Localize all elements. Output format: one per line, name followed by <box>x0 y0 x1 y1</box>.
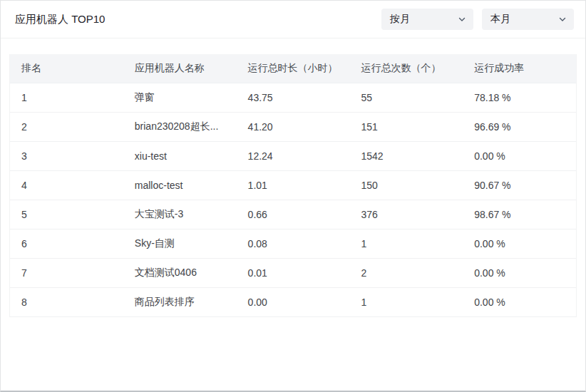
cell-rank: 1 <box>10 83 123 112</box>
cell-total-hours: 12.24 <box>237 141 350 170</box>
table-row: 3xiu-test12.2415420.00 % <box>10 141 576 170</box>
cell-total-runs: 2 <box>349 258 463 287</box>
dimension-select[interactable]: 按月 <box>381 9 473 30</box>
column-header-total-hours: 运行总时长（小时） <box>237 54 350 83</box>
cell-total-runs: 1 <box>349 287 463 316</box>
cell-total-hours: 0.00 <box>237 287 350 316</box>
column-header-success-rate: 运行成功率 <box>463 54 576 83</box>
column-header-total-runs: 运行总次数（个） <box>349 54 463 83</box>
cell-rank: 7 <box>10 258 123 287</box>
period-select-value: 本月 <box>490 13 558 26</box>
cell-robot-name: xiu-test <box>123 141 237 170</box>
cell-success-rate: 90.67 % <box>463 170 576 200</box>
table-header: 排名 应用机器人名称 运行总时长（小时） 运行总次数（个） 运行成功率 <box>10 54 576 83</box>
cell-robot-name: 文档测试0406 <box>123 258 237 287</box>
cell-success-rate: 78.18 % <box>463 83 576 112</box>
cell-robot-name: 大宝测试-3 <box>123 200 237 229</box>
top10-panel: 应用机器人 TOP10 按月 本月 排名 应用机器人名称 <box>0 0 586 392</box>
cell-robot-name: Sky-自测 <box>123 229 237 258</box>
cell-rank: 6 <box>10 229 123 258</box>
table-row: 5大宝测试-30.6637698.67 % <box>10 200 576 229</box>
cell-total-runs: 150 <box>349 170 463 200</box>
cell-robot-name: brian230208超长... <box>123 112 237 141</box>
cell-total-runs: 55 <box>349 83 463 112</box>
panel-header: 应用机器人 TOP10 按月 本月 <box>1 1 585 38</box>
table-body: 1弹窗43.755578.18 %2brian230208超长...41.201… <box>10 83 576 316</box>
column-header-robot-name: 应用机器人名称 <box>123 54 237 83</box>
cell-success-rate: 0.00 % <box>463 287 576 316</box>
robots-table-container: 排名 应用机器人名称 运行总时长（小时） 运行总次数（个） 运行成功率 1弹窗4… <box>9 54 577 317</box>
cell-total-hours: 0.01 <box>237 258 350 287</box>
cell-total-runs: 1542 <box>349 141 463 170</box>
cell-rank: 5 <box>10 200 123 229</box>
cell-success-rate: 0.00 % <box>463 141 576 170</box>
cell-total-hours: 0.66 <box>237 200 350 229</box>
cell-success-rate: 98.67 % <box>463 200 576 229</box>
cell-robot-name: 弹窗 <box>123 83 237 112</box>
page-title: 应用机器人 TOP10 <box>15 13 373 26</box>
chevron-down-icon <box>458 15 466 24</box>
cell-total-hours: 43.75 <box>237 83 350 112</box>
cell-total-hours: 41.20 <box>237 112 350 141</box>
table-row: 7文档测试04060.0120.00 % <box>10 258 576 287</box>
cell-robot-name: malloc-test <box>123 170 237 200</box>
cell-rank: 8 <box>10 287 123 316</box>
table-row: 1弹窗43.755578.18 % <box>10 83 576 112</box>
table-header-row: 排名 应用机器人名称 运行总时长（小时） 运行总次数（个） 运行成功率 <box>10 54 576 83</box>
cell-robot-name: 商品列表排序 <box>123 287 237 316</box>
cell-rank: 3 <box>10 141 123 170</box>
dimension-select-value: 按月 <box>390 13 458 26</box>
cell-success-rate: 0.00 % <box>463 258 576 287</box>
cell-total-runs: 376 <box>349 200 463 229</box>
chevron-down-icon <box>558 15 567 24</box>
period-select[interactable]: 本月 <box>482 9 574 30</box>
cell-total-runs: 151 <box>349 112 463 141</box>
table-row: 4malloc-test1.0115090.67 % <box>10 170 576 200</box>
table-row: 6Sky-自测0.0810.00 % <box>10 229 576 258</box>
cell-rank: 4 <box>10 170 123 200</box>
column-header-rank: 排名 <box>10 54 123 83</box>
cell-rank: 2 <box>10 112 123 141</box>
cell-total-hours: 1.01 <box>237 170 350 200</box>
cell-total-hours: 0.08 <box>237 229 350 258</box>
robots-table: 排名 应用机器人名称 运行总时长（小时） 运行总次数（个） 运行成功率 1弹窗4… <box>10 54 576 317</box>
cell-total-runs: 1 <box>349 229 463 258</box>
cell-success-rate: 0.00 % <box>463 229 576 258</box>
table-row: 2brian230208超长...41.2015196.69 % <box>10 112 576 141</box>
table-row: 8商品列表排序0.0010.00 % <box>10 287 576 316</box>
cell-success-rate: 96.69 % <box>463 112 576 141</box>
